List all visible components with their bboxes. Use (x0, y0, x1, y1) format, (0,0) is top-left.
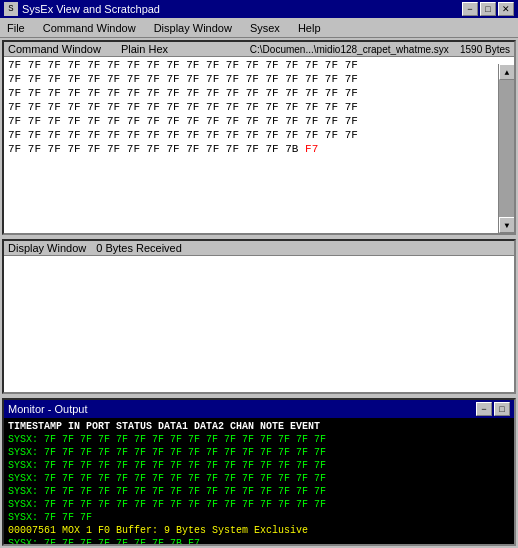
hex-line: 7F 7F 7F 7F 7F 7F 7F 7F 7F 7F 7F 7F 7F 7… (8, 114, 510, 128)
main-area: Command Window Plain Hex C:\Documen...\m… (0, 38, 518, 548)
monitor-content[interactable]: TIMESTAMP IN PORT STATUS DATA1 DATA2 CHA… (4, 418, 514, 544)
maximize-button[interactable]: □ (480, 2, 496, 16)
bytes-received: 0 Bytes Received (96, 242, 182, 254)
monitor-header-row: TIMESTAMP IN PORT STATUS DATA1 DATA2 CHA… (8, 420, 510, 433)
plain-hex-tab[interactable]: Plain Hex (121, 43, 168, 55)
minimize-button[interactable]: − (462, 2, 478, 16)
monitor-title-bar: Monitor - Output − □ (4, 400, 514, 418)
monitor-event-line: 00007561 MOX 1 F0 Buffer: 9 Bytes System… (8, 524, 510, 537)
monitor-line: SYSX: 7F 7F 7F 7F 7F 7F 7F 7F 7F 7F 7F 7… (8, 459, 510, 472)
monitor-line: SYSX: 7F 7F 7F 7F 7F 7F 7F 7F 7F 7F 7F 7… (8, 433, 510, 446)
cursor (8, 258, 14, 270)
hex-red-value: F7 (305, 143, 318, 155)
hex-line: 7F 7F 7F 7F 7F 7F 7F 7F 7F 7F 7F 7F 7F 7… (8, 128, 510, 142)
hex-line: 7F 7F 7F 7F 7F 7F 7F 7F 7F 7F 7F 7F 7F 7… (8, 100, 510, 114)
monitor-title-buttons: − □ (476, 402, 510, 416)
menu-command-window[interactable]: Command Window (40, 21, 139, 35)
menu-bar: File Command Window Display Window Sysex… (0, 18, 518, 38)
scroll-track[interactable] (499, 80, 514, 217)
menu-help[interactable]: Help (295, 21, 324, 35)
monitor-maximize-button[interactable]: □ (494, 402, 510, 416)
scroll-up-button[interactable]: ▲ (499, 64, 515, 80)
monitor-line: SYSX: 7F 7F 7F 7F 7F 7F 7F 7F 7F 7F 7F 7… (8, 498, 510, 511)
scrollbar[interactable]: ▲ ▼ (498, 64, 514, 233)
menu-sysex[interactable]: Sysex (247, 21, 283, 35)
command-window-label: Command Window (8, 43, 101, 55)
hex-line: 7F 7F 7F 7F 7F 7F 7F 7F 7F 7F 7F 7F 7F 7… (8, 58, 510, 72)
scroll-down-button[interactable]: ▼ (499, 217, 515, 233)
monitor-line: SYSX: 7F 7F 7F 7F 7F 7F 7F 7F 7F 7F 7F 7… (8, 472, 510, 485)
menu-file[interactable]: File (4, 21, 28, 35)
monitor-minimize-button[interactable]: − (476, 402, 492, 416)
monitor-line: SYSX: 7F 7F 7F 7F 7F 7F 7F 7B F7 (8, 537, 510, 544)
display-window-panel: Display Window 0 Bytes Received (2, 239, 516, 394)
hex-line-last: 7F 7F 7F 7F 7F 7F 7F 7F 7F 7F 7F 7F 7F 7… (8, 142, 510, 156)
menu-display-window[interactable]: Display Window (151, 21, 235, 35)
command-window-panel: Command Window Plain Hex C:\Documen...\m… (2, 40, 516, 235)
close-button[interactable]: ✕ (498, 2, 514, 16)
hex-line: 7F 7F 7F 7F 7F 7F 7F 7F 7F 7F 7F 7F 7F 7… (8, 72, 510, 86)
title-bar: S SysEx View and Scratchpad − □ ✕ (0, 0, 518, 18)
monitor-line: SYSX: 7F 7F 7F 7F 7F 7F 7F 7F 7F 7F 7F 7… (8, 485, 510, 498)
title-buttons: − □ ✕ (462, 2, 514, 16)
display-content[interactable] (4, 256, 514, 392)
monitor-title: Monitor - Output (8, 403, 87, 415)
display-window-label: Display Window (8, 242, 86, 254)
hex-line: 7F 7F 7F 7F 7F 7F 7F 7F 7F 7F 7F 7F 7F 7… (8, 86, 510, 100)
command-window-header: Command Window Plain Hex C:\Documen...\m… (4, 42, 514, 57)
monitor-line: SYSX: 7F 7F 7F (8, 511, 510, 524)
monitor-line: SYSX: 7F 7F 7F 7F 7F 7F 7F 7F 7F 7F 7F 7… (8, 446, 510, 459)
hex-content[interactable]: 7F 7F 7F 7F 7F 7F 7F 7F 7F 7F 7F 7F 7F 7… (4, 57, 514, 233)
app-icon: S (4, 2, 18, 16)
file-info: C:\Documen...\midio128_crapet_whatme.syx… (250, 44, 510, 55)
window-title: SysEx View and Scratchpad (22, 3, 160, 15)
monitor-panel: Monitor - Output − □ TIMESTAMP IN PORT S… (2, 398, 516, 546)
display-window-header: Display Window 0 Bytes Received (4, 241, 514, 256)
title-bar-left: S SysEx View and Scratchpad (4, 2, 160, 16)
